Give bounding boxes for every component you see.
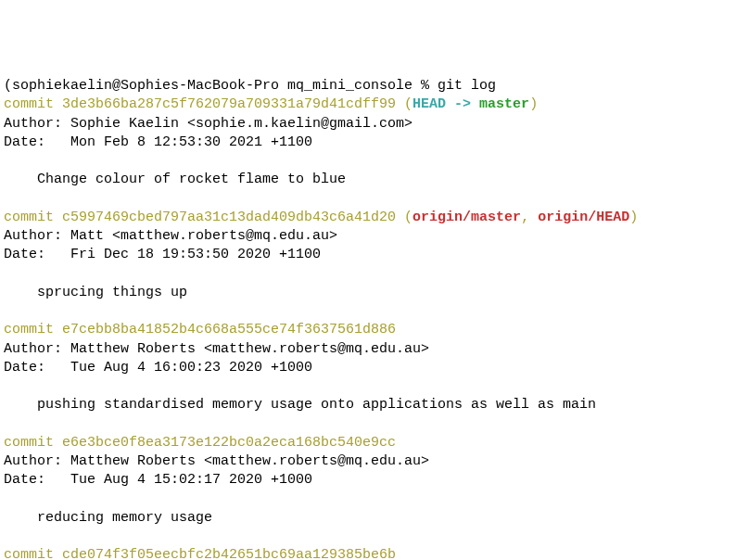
commit-message: Change colour of rocket flame to blue [4, 171, 732, 189]
author-value: Matt <matthew.roberts@mq.edu.au> [70, 228, 337, 244]
date-line: Date: Mon Feb 8 12:53:30 2021 +1100 [4, 134, 732, 152]
date-value: Mon Feb 8 12:53:30 2021 +1100 [70, 134, 312, 150]
refs-paren-open: ( [396, 210, 412, 225]
blank-line [4, 377, 732, 396]
prompt-user-host: (sophiekaelin@Sophies-MacBook-Pro [4, 78, 287, 94]
date-value: Tue Aug 4 15:02:17 2020 +1000 [70, 472, 312, 488]
refs-paren-open: ( [396, 96, 412, 112]
remote-ref: origin/master [412, 210, 521, 225]
commit-hash: e6e3bce0f8ea3173e122bc0a2eca168bc540e9cc [62, 435, 396, 451]
commit-block: commit e7cebb8ba41852b4c668a555ce74f3637… [4, 321, 732, 434]
commit-message: reducing memory usage [4, 509, 732, 528]
date-line: Date: Tue Aug 4 15:02:17 2020 +1000 [4, 471, 732, 490]
author-label: Author: [4, 341, 70, 357]
author-value: Matthew Roberts <matthew.roberts@mq.edu.… [70, 341, 429, 357]
prompt-command: git log [438, 78, 496, 94]
branch-ref: master [479, 96, 529, 112]
author-line: Author: Matthew Roberts <matthew.roberts… [4, 340, 732, 359]
author-line: Author: Matthew Roberts <matthew.roberts… [4, 452, 732, 471]
prompt-symbol: % [421, 78, 438, 94]
head-ref: HEAD -> [412, 96, 479, 112]
commit-line: commit e7cebb8ba41852b4c668a555ce74f3637… [4, 321, 732, 339]
refs-paren-close: ) [629, 210, 638, 225]
author-line: Author: Sophie Kaelin <sophie.m.kaelin@g… [4, 115, 732, 134]
blank-line [4, 190, 732, 209]
prompt-cwd: mq_mini_console [287, 78, 421, 94]
blank-line [4, 490, 732, 509]
commit-block: commit e6e3bce0f8ea3173e122bc0a2eca168bc… [4, 434, 732, 547]
blank-line [4, 415, 732, 434]
commit-line: commit 3de3b66ba287c5f762079a709331a79d4… [4, 95, 732, 114]
commit-line: commit cde074f3f05eecbfc2b42651bc69aa129… [4, 546, 732, 560]
commit-hash: c5997469cbed797aa31c13dad409db43c6a41d20 [62, 210, 396, 225]
date-label: Date: [4, 134, 70, 150]
date-line: Date: Tue Aug 4 16:00:23 2020 +1000 [4, 359, 732, 377]
commit-line: commit c5997469cbed797aa31c13dad409db43c… [4, 209, 732, 227]
commit-prefix: commit [4, 96, 62, 112]
refs-paren-close: ) [529, 96, 538, 112]
commit-message: sprucing things up [4, 284, 732, 302]
author-label: Author: [4, 116, 70, 132]
commit-line: commit e6e3bce0f8ea3173e122bc0a2eca168bc… [4, 434, 732, 452]
author-label: Author: [4, 453, 70, 469]
commit-block: commit 3de3b66ba287c5f762079a709331a79d4… [4, 95, 732, 209]
date-value: Tue Aug 4 16:00:23 2020 +1000 [70, 360, 312, 375]
commit-hash: cde074f3f05eecbfc2b42651bc69aa129385be6b [62, 547, 396, 560]
remote-ref: origin/HEAD [538, 210, 629, 225]
refs-sep: , [521, 210, 538, 225]
commit-message: pushing standardised memory usage onto a… [4, 396, 732, 414]
commit-prefix: commit [4, 435, 62, 451]
commit-block: commit c5997469cbed797aa31c13dad409db43c… [4, 209, 732, 322]
author-value: Sophie Kaelin <sophie.m.kaelin@gmail.com… [70, 116, 412, 132]
date-value: Fri Dec 18 19:53:50 2020 +1100 [70, 247, 321, 262]
commit-prefix: commit [4, 547, 62, 560]
terminal-output[interactable]: (sophiekaelin@Sophies-MacBook-Pro mq_min… [4, 77, 732, 560]
commit-prefix: commit [4, 322, 62, 337]
author-label: Author: [4, 228, 70, 244]
commit-hash: 3de3b66ba287c5f762079a709331a79d41cdff99 [62, 96, 396, 112]
author-value: Matthew Roberts <matthew.roberts@mq.edu.… [70, 453, 429, 469]
prompt-line: (sophiekaelin@Sophies-MacBook-Pro mq_min… [4, 77, 732, 95]
date-label: Date: [4, 247, 70, 262]
commit-block: commit cde074f3f05eecbfc2b42651bc69aa129… [4, 546, 732, 560]
blank-line [4, 302, 732, 321]
author-line: Author: Matt <matthew.roberts@mq.edu.au> [4, 227, 732, 246]
commit-hash: e7cebb8ba41852b4c668a555ce74f3637561d886 [62, 322, 396, 337]
blank-line [4, 528, 732, 546]
date-label: Date: [4, 360, 70, 375]
commit-prefix: commit [4, 210, 62, 225]
date-line: Date: Fri Dec 18 19:53:50 2020 +1100 [4, 246, 732, 264]
blank-line [4, 265, 732, 284]
blank-line [4, 152, 732, 171]
date-label: Date: [4, 472, 70, 488]
